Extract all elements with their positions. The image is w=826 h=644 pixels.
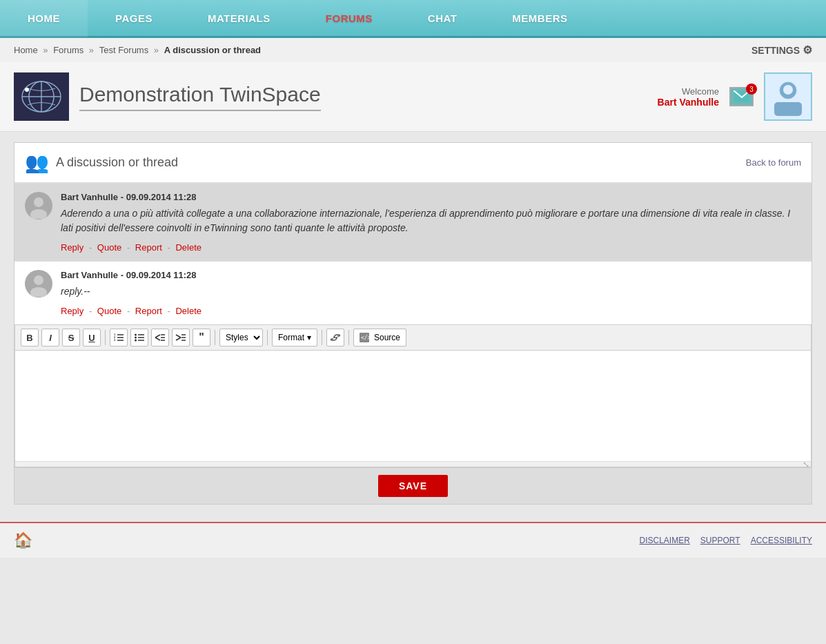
sep5: - <box>127 306 132 316</box>
outdent-button[interactable] <box>151 329 169 347</box>
site-title: Demonstration TwinSpace <box>79 83 321 111</box>
forum-container: 👥 A discussion or thread Back to forum B… <box>14 142 812 505</box>
post-actions-1: Reply - Quote - Report - Delete <box>61 242 801 253</box>
main-content: 👥 A discussion or thread Back to forum B… <box>0 132 826 522</box>
footer-support[interactable]: SUPPORT <box>700 536 740 545</box>
breadcrumb-home[interactable]: Home <box>14 45 38 55</box>
toolbar-separator-5 <box>348 330 349 345</box>
resize-icon: ⤡ <box>803 460 809 469</box>
editor-textarea[interactable] <box>15 351 811 461</box>
post-reply-1[interactable]: Reply <box>61 242 83 253</box>
sep6: - <box>167 306 173 316</box>
breadcrumb-sep-2: » <box>89 45 97 55</box>
svg-point-11 <box>780 88 783 91</box>
svg-line-36 <box>176 335 181 338</box>
svg-line-31 <box>155 335 160 338</box>
breadcrumb-sep-3: » <box>154 45 161 55</box>
editor-resize-bar: ⤡ <box>15 461 811 467</box>
post-report-1[interactable]: Report <box>135 242 162 253</box>
breadcrumb-current: A discussion or thread <box>164 45 261 55</box>
footer-home-link[interactable]: 🏠 <box>14 531 32 549</box>
svg-rect-10 <box>774 102 802 116</box>
source-label: Source <box>374 333 400 342</box>
home-icon: 🏠 <box>14 531 32 549</box>
settings-link[interactable]: SETTINGS ⚙ <box>751 43 812 57</box>
svg-point-14 <box>34 197 43 207</box>
post-text-1: Aderendo a una o più attività collegate … <box>61 206 801 235</box>
post-delete-1[interactable]: Delete <box>175 242 201 253</box>
settings-label: SETTINGS <box>751 45 800 56</box>
italic-button[interactable]: I <box>41 329 59 347</box>
sep3: - <box>167 242 173 253</box>
format-chevron-icon: ▾ <box>307 333 311 342</box>
sep4: - <box>89 306 95 316</box>
post-quote-2[interactable]: Quote <box>97 306 121 316</box>
editor-toolbar: B I S U 123 " St <box>15 325 811 351</box>
breadcrumb-forums[interactable]: Forums <box>53 45 83 55</box>
nav-forums[interactable]: FORUMS <box>298 0 400 37</box>
editor-container: B I S U 123 " St <box>14 324 812 467</box>
post-quote-1[interactable]: Quote <box>97 242 121 253</box>
nav-materials[interactable]: MATERIALS <box>180 0 298 37</box>
format-button[interactable]: Format ▾ <box>272 329 317 347</box>
forum-users-icon: 👥 <box>25 151 49 174</box>
svg-point-30 <box>135 340 137 342</box>
svg-point-17 <box>34 275 43 285</box>
svg-point-12 <box>793 88 796 91</box>
post-actions-2: Reply - Quote - Report - Delete <box>61 306 801 316</box>
post-body-2: Bart Vanhulle - 09.09.2014 11:28 reply.-… <box>61 270 801 316</box>
post-date-sep-2: - <box>121 270 126 280</box>
save-bar: SAVE <box>14 467 812 504</box>
blockquote-button[interactable]: " <box>193 329 210 347</box>
post-body-1: Bart Vanhulle - 09.09.2014 11:28 Aderend… <box>61 192 801 253</box>
nav-members[interactable]: MEMBERS <box>484 0 595 37</box>
save-button[interactable]: SAVE <box>378 475 448 497</box>
format-label: Format <box>278 333 304 342</box>
nav-home[interactable]: HOME <box>0 0 88 37</box>
top-navigation: HOME PAGES MATERIALS FORUMS CHAT MEMBERS <box>0 0 826 38</box>
svg-line-32 <box>155 338 160 340</box>
post-meta-1: Bart Vanhulle - 09.09.2014 11:28 <box>61 192 801 202</box>
underline-button[interactable]: U <box>83 329 101 347</box>
unordered-list-button[interactable] <box>130 329 148 347</box>
strikethrough-button[interactable]: S <box>62 329 80 347</box>
post-date-2: 09.09.2014 11:28 <box>126 270 197 280</box>
post-author-2: Bart Vanhulle <box>61 270 118 280</box>
svg-text:</>: </> <box>361 335 369 341</box>
nav-pages[interactable]: PAGES <box>88 0 180 37</box>
site-logo <box>14 72 69 121</box>
styles-select[interactable]: Styles <box>219 329 263 347</box>
sep2: - <box>127 242 132 253</box>
nav-chat[interactable]: CHAT <box>400 0 485 37</box>
indent-button[interactable] <box>172 329 190 347</box>
svg-line-37 <box>176 338 181 340</box>
post-delete-2[interactable]: Delete <box>175 306 201 316</box>
post-author-1: Bart Vanhulle <box>61 192 118 202</box>
post-reply-2[interactable]: Reply <box>61 306 83 316</box>
bold-button[interactable]: B <box>21 329 39 347</box>
welcome-block: Welcome Bart Vanhulle <box>658 86 719 108</box>
breadcrumb-sep-1: » <box>43 45 50 55</box>
breadcrumb: Home » Forums » Test Forums » A discussi… <box>14 45 261 55</box>
gear-icon: ⚙ <box>803 43 812 57</box>
footer-disclaimer[interactable]: DISCLAIMER <box>639 536 689 545</box>
post-report-2[interactable]: Report <box>135 306 162 316</box>
site-header-right: Welcome Bart Vanhulle 3 <box>658 72 812 121</box>
thread-title: A discussion or thread <box>56 155 178 170</box>
svg-text:3: 3 <box>114 338 116 342</box>
ordered-list-button[interactable]: 123 <box>110 329 128 347</box>
thread-header: 👥 A discussion or thread Back to forum <box>14 143 812 183</box>
toolbar-separator-1 <box>105 330 106 345</box>
link-button[interactable] <box>326 329 344 347</box>
mail-badge: 3 <box>746 84 757 95</box>
thread-header-left: 👥 A discussion or thread <box>25 151 178 174</box>
footer: 🏠 DISCLAIMER SUPPORT ACCESSIBILITY <box>0 522 826 558</box>
source-button[interactable]: </> Source <box>353 329 406 347</box>
toolbar-separator-3 <box>267 330 268 345</box>
site-header-left: Demonstration TwinSpace <box>14 72 321 121</box>
footer-accessibility[interactable]: ACCESSIBILITY <box>751 536 812 545</box>
breadcrumb-test-forums[interactable]: Test Forums <box>99 45 149 55</box>
welcome-text: Welcome <box>658 86 719 97</box>
back-to-forum-link[interactable]: Back to forum <box>746 157 801 168</box>
mail-icon-wrap[interactable]: 3 <box>729 87 754 106</box>
